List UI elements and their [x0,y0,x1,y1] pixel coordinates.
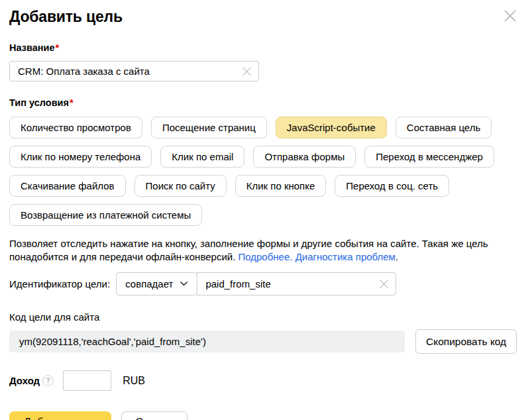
goal-identifier-input[interactable] [197,272,396,295]
match-condition-value: совпадает [125,278,173,289]
help-icon[interactable]: ? [42,375,54,386]
revenue-input[interactable] [63,370,111,391]
required-asterisk: * [55,42,59,53]
revenue-label: Доход [9,375,40,386]
condition-type-option[interactable]: Поиск по сайту [134,175,227,197]
dialog-actions: Добавить цель Отмена [9,411,521,420]
condition-type-option[interactable]: Переход в мессенджер [364,146,494,168]
condition-type-option[interactable]: Скачивание файлов [9,175,126,197]
more-link[interactable]: Подробнее. [238,251,292,262]
diagnostics-link[interactable]: Диагностика проблем [295,251,396,262]
condition-description: Позволяет отследить нажатие на кнопку, з… [9,237,521,264]
currency-label: RUB [123,375,145,387]
page-title: Добавить цель [9,7,521,26]
goal-code-snippet: ym(92091118,'reachGoal','paid_from_site'… [9,331,405,352]
goal-identifier-field-wrap [197,272,396,295]
goal-code-label: Код цели для сайта [9,311,521,323]
condition-type-option[interactable]: Клик по номеру телефона [9,146,152,168]
add-goal-button[interactable]: Добавить цель [9,411,111,420]
copy-code-button[interactable]: Скопировать код [415,329,517,354]
cancel-button[interactable]: Отмена [121,411,187,420]
chevron-down-icon [180,281,188,287]
description-period: . [396,251,398,262]
name-label: Название* [9,42,521,54]
goal-code-row: ym(92091118,'reachGoal','paid_from_site'… [9,329,521,354]
condition-type-option[interactable]: Клик по кнопке [235,175,327,197]
condition-type-option[interactable]: JavaScript-событие [276,117,387,138]
condition-type-option[interactable]: Возвращение из платежной системы [9,204,202,226]
clear-identifier-icon[interactable] [379,279,389,289]
clear-name-icon[interactable] [242,66,252,76]
required-asterisk: * [70,97,74,108]
revenue-row: Доход ? RUB [9,370,521,391]
condition-type-option[interactable]: Составная цель [396,117,492,138]
goal-identifier-row: Идентификатор цели: совпадает [9,272,521,295]
match-condition-select[interactable]: совпадает [116,272,197,295]
condition-type-option[interactable]: Переход в соц. сеть [335,175,449,197]
condition-type-option[interactable]: Отправка формы [253,146,356,168]
condition-type-option[interactable]: Посещение страниц [151,117,267,138]
add-goal-dialog: Добавить цель Название* Тип условия* Кол… [0,0,530,420]
close-icon[interactable] [501,7,519,25]
condition-type-label: Тип условия* [9,97,521,109]
condition-type-option[interactable]: Клик по email [160,146,244,168]
goal-name-input[interactable] [9,61,259,81]
goal-name-field-wrap [9,61,259,81]
condition-type-option[interactable]: Количество просмотров [9,117,142,138]
condition-type-options: Количество просмотровПосещение страницJa… [9,117,523,226]
goal-identifier-label: Идентификатор цели: [9,278,110,289]
